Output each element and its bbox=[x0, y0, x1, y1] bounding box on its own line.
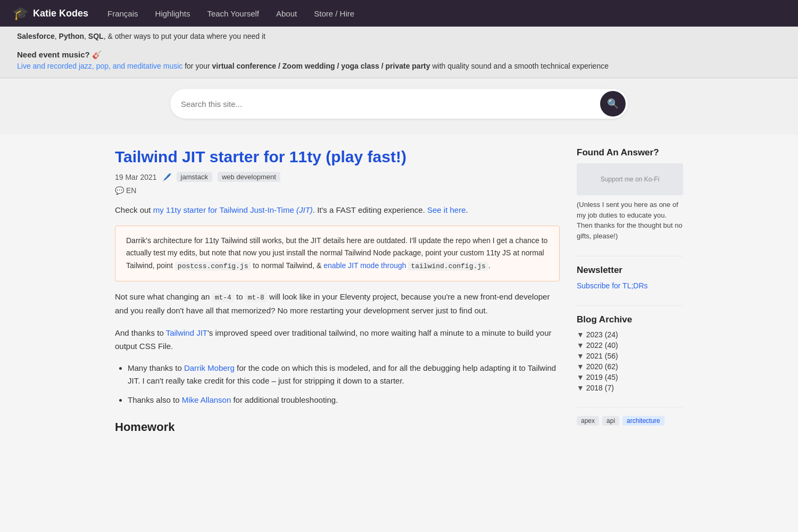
sidebar-divider-2 bbox=[577, 305, 683, 306]
archive-2020[interactable]: ▼ 2020 (62) bbox=[577, 362, 683, 371]
credits-list: Many thanks to Darrik Moberg for the cod… bbox=[128, 362, 560, 406]
list-item-mike: Thanks also to Mike Allanson for additio… bbox=[128, 394, 560, 406]
tag-webdev[interactable]: web development bbox=[218, 172, 280, 182]
search-input[interactable] bbox=[170, 92, 598, 116]
tag-cloud: apex api architecture bbox=[577, 416, 683, 426]
darrik-moberg-link[interactable]: Darrik Moberg bbox=[184, 363, 235, 372]
paragraph3: And thanks to Tailwind JIT's improved sp… bbox=[115, 326, 560, 353]
tailwindjit-link[interactable]: Tailwind JIT bbox=[166, 328, 207, 337]
nav-link-store[interactable]: Store / Hire bbox=[305, 0, 363, 27]
search-box: 🔍 bbox=[170, 89, 628, 119]
jit-mode-link[interactable]: enable JIT mode through bbox=[323, 261, 406, 270]
logo-icon: 🎓 bbox=[13, 6, 29, 21]
mike-allanson-link[interactable]: Mike Allanson bbox=[182, 395, 231, 404]
kofi-image[interactable]: Support me on Ko-Fi bbox=[577, 163, 683, 195]
article-meta: 19 Mar 2021 🖊️ jamstack web development bbox=[115, 172, 560, 182]
article-date-emoji: 🖊️ bbox=[162, 173, 171, 181]
nav-bar: 🎓 Katie Kodes Français Highlights Teach … bbox=[0, 0, 798, 27]
nav-link-highlights[interactable]: Highlights bbox=[147, 0, 199, 27]
tag-jamstack[interactable]: jamstack bbox=[177, 172, 212, 182]
banner-text: Salesforce, Python, SQL, & other ways to… bbox=[17, 32, 265, 40]
sidebar-found-answer: Found An Answer? Support me on Ko-Fi (Un… bbox=[577, 147, 683, 241]
archive-2018[interactable]: ▼ 2018 (7) bbox=[577, 384, 683, 392]
tag-api[interactable]: api bbox=[602, 416, 619, 426]
jit-starter-link[interactable]: my 11ty starter for Tailwind Just-In-Tim… bbox=[153, 205, 313, 214]
article-body: Check out my 11ty starter for Tailwind J… bbox=[115, 203, 560, 437]
list-item-darrik: Many thanks to Darrik Moberg for the cod… bbox=[128, 362, 560, 387]
nav-link-about[interactable]: About bbox=[268, 0, 305, 27]
nav-link-teach[interactable]: Teach Yourself bbox=[198, 0, 268, 27]
archive-2023[interactable]: ▼ 2023 (24) bbox=[577, 330, 683, 339]
newsletter-heading: Newsletter bbox=[577, 265, 683, 276]
see-it-here-link[interactable]: See it here bbox=[427, 205, 466, 214]
archive-2021[interactable]: ▼ 2021 (56) bbox=[577, 352, 683, 360]
lang-icon: 💬 bbox=[115, 186, 124, 195]
lang-indicator: 💬 EN bbox=[115, 186, 560, 195]
lang-text: EN bbox=[126, 186, 136, 195]
nav-links: Français Highlights Teach Yourself About… bbox=[99, 0, 363, 27]
sidebar-archive: Blog Archive ▼ 2023 (24) ▼ 2022 (40) ▼ 2… bbox=[577, 314, 683, 392]
subscribe-link[interactable]: Subscribe for TL;DRs bbox=[577, 281, 648, 290]
top-banner: Salesforce, Python, SQL, & other ways to… bbox=[0, 27, 798, 46]
callout-box: Darrik's architecture for 11ty Tailwind … bbox=[115, 226, 560, 282]
article-main: Tailwind JIT starter for 11ty (play fast… bbox=[115, 147, 560, 441]
search-button[interactable]: 🔍 bbox=[600, 91, 626, 117]
archive-heading: Blog Archive bbox=[577, 314, 683, 325]
kofi-caption: (Unless I sent you here as one of my job… bbox=[577, 200, 683, 241]
nav-logo[interactable]: 🎓 Katie Kodes bbox=[13, 6, 88, 21]
archive-2019[interactable]: ▼ 2019 (45) bbox=[577, 373, 683, 381]
nav-link-francais[interactable]: Français bbox=[99, 0, 147, 27]
search-section: 🔍 bbox=[0, 78, 798, 135]
homework-heading: Homework bbox=[115, 417, 560, 437]
sidebar-newsletter: Newsletter Subscribe for TL;DRs bbox=[577, 265, 683, 290]
kofi-alt-text: Support me on Ko-Fi bbox=[601, 176, 660, 183]
music-heading: Need event music? 🎸 bbox=[17, 50, 781, 60]
logo-text: Katie Kodes bbox=[33, 8, 88, 19]
music-link[interactable]: Live and recorded jazz, pop, and meditat… bbox=[17, 62, 182, 70]
search-icon: 🔍 bbox=[607, 98, 619, 110]
intro-paragraph: Check out my 11ty starter for Tailwind J… bbox=[115, 203, 560, 217]
sidebar: Found An Answer? Support me on Ko-Fi (Un… bbox=[577, 147, 683, 441]
music-desc: Live and recorded jazz, pop, and meditat… bbox=[17, 62, 609, 70]
music-banner: Need event music? 🎸 Live and recorded ja… bbox=[0, 46, 798, 78]
sidebar-divider-3 bbox=[577, 407, 683, 408]
article-title: Tailwind JIT starter for 11ty (play fast… bbox=[115, 147, 560, 167]
found-answer-heading: Found An Answer? bbox=[577, 147, 683, 158]
tag-apex[interactable]: apex bbox=[577, 416, 599, 426]
tag-architecture[interactable]: architecture bbox=[622, 416, 664, 426]
article-date: 19 Mar 2021 bbox=[115, 173, 157, 181]
sidebar-divider-1 bbox=[577, 256, 683, 256]
archive-2022[interactable]: ▼ 2022 (40) bbox=[577, 341, 683, 350]
callout-text: Darrik's architecture for 11ty Tailwind … bbox=[126, 236, 547, 270]
main-layout: Tailwind JIT starter for 11ty (play fast… bbox=[106, 135, 692, 454]
paragraph2: Not sure what changing an mt-4 to mt-8 w… bbox=[115, 290, 560, 318]
